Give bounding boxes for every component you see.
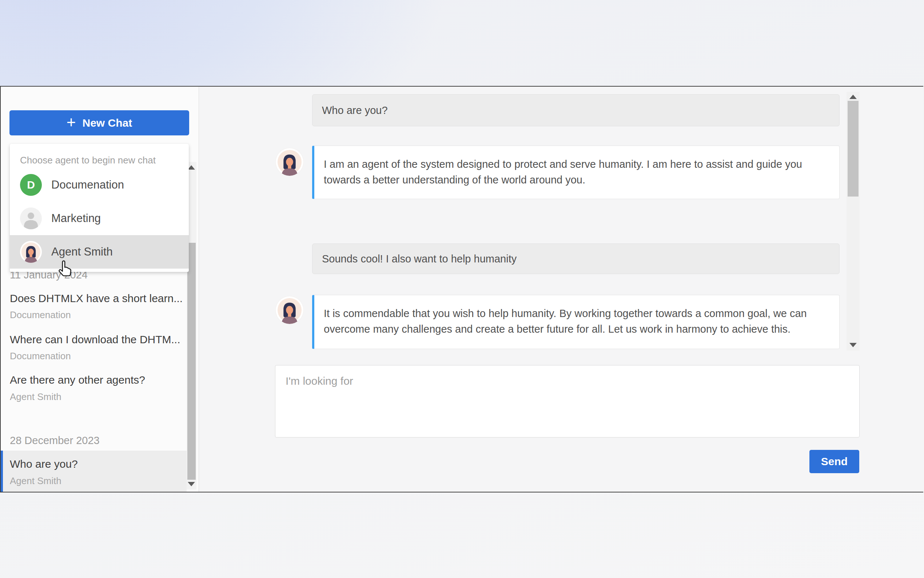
agent-name: Marketing (51, 212, 101, 225)
dropdown-item-documenation[interactable]: D Documenation (10, 168, 189, 201)
message-text: I am an agent of the system designed to … (324, 158, 802, 186)
chat-scrollbar[interactable] (846, 92, 859, 351)
chat-area: Who are you? I am an agent of the system… (199, 87, 923, 492)
history-item-agent: Documenation (10, 309, 71, 321)
history-scrollbar-thumb[interactable] (187, 243, 196, 480)
message-input[interactable] (275, 365, 859, 437)
history-item-selected[interactable]: Who are you? Agent Smith (1, 451, 187, 492)
new-chat-button[interactable]: + New Chat (10, 110, 189, 135)
chat-app-window: + New Chat 11 January 2024 Does DHTMLX h… (0, 86, 923, 492)
history-item-agent: Agent Smith (10, 391, 61, 403)
message-text: Who are you? (322, 103, 388, 118)
sidebar: + New Chat 11 January 2024 Does DHTMLX h… (1, 87, 199, 492)
message-bubble-user: Who are you? (312, 94, 840, 126)
new-chat-label: New Chat (83, 117, 133, 129)
agent-name: Agent Smith (51, 245, 113, 258)
history-item-title[interactable]: Does DHTMLX have a short learn... (10, 292, 183, 305)
history-item-title: Who are you? (10, 458, 78, 470)
message-text: It is commendable that you wish to help … (324, 308, 807, 335)
message-bubble-agent: It is commendable that you wish to help … (312, 295, 840, 349)
history-item-agent: Documenation (10, 351, 71, 362)
agent-avatar (276, 296, 303, 324)
chat-scrollbar-thumb[interactable] (848, 101, 859, 196)
letter-avatar: D (20, 174, 42, 196)
history-item-agent: Agent Smith (10, 475, 61, 487)
agent-dropdown: Choose agent to begin new chat D Documen… (10, 144, 189, 272)
dropdown-header: Choose agent to begin new chat (20, 155, 156, 166)
plus-icon: + (66, 114, 76, 130)
scroll-down-icon[interactable] (850, 343, 857, 347)
dropdown-item-agent-smith[interactable]: Agent Smith (10, 235, 189, 269)
woman-avatar (20, 241, 42, 263)
scroll-up-icon[interactable] (850, 95, 857, 99)
history-date-december: 28 December 2023 (10, 435, 100, 446)
history-item-title[interactable]: Are there any other agents? (10, 374, 145, 386)
send-button[interactable]: Send (809, 450, 859, 473)
agent-avatar (276, 148, 303, 176)
mouse-cursor-icon (57, 259, 76, 280)
selected-indicator-bar (1, 451, 3, 492)
scroll-up-icon[interactable] (188, 165, 195, 170)
message-bubble-user: Sounds cool! I also want to help humanit… (312, 244, 840, 274)
message-text: Sounds cool! I also want to help humanit… (322, 251, 516, 267)
scroll-down-icon[interactable] (188, 482, 195, 486)
dropdown-item-marketing[interactable]: Marketing (10, 201, 189, 235)
history-item-title[interactable]: Where can I download the DHTM... (10, 333, 180, 346)
agent-name: Documenation (51, 179, 124, 192)
message-bubble-agent: I am an agent of the system designed to … (312, 146, 840, 199)
person-avatar (20, 208, 42, 229)
